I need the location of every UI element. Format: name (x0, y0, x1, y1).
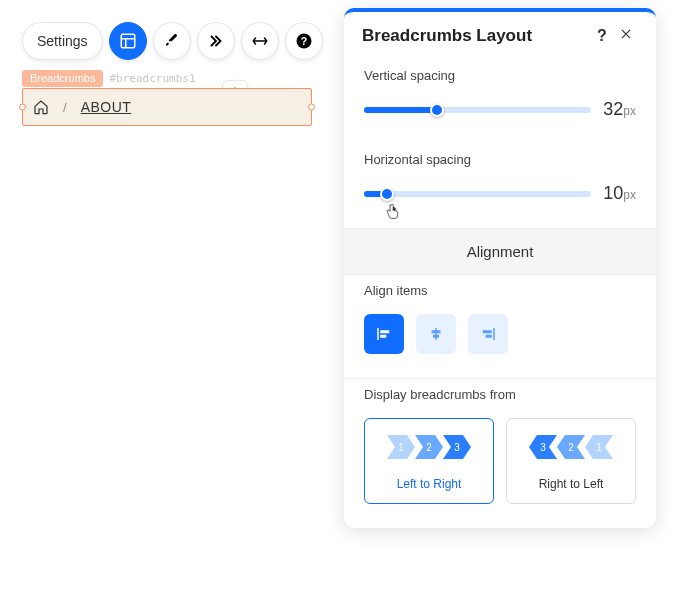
home-icon (33, 99, 49, 115)
resize-handle-right[interactable] (308, 104, 315, 111)
svg-rect-9 (432, 330, 441, 333)
layout-panel: Breadcrumbs Layout ? Vertical spacing 32… (344, 8, 656, 528)
toolbar: Settings ? (22, 22, 323, 60)
cursor-icon (384, 203, 400, 224)
breadcrumb-current: ABOUT (81, 99, 132, 115)
ltr-option[interactable]: 1 2 3 Left to Right (364, 418, 494, 504)
rtl-label: Right to Left (515, 477, 627, 491)
layout-tool-button[interactable] (109, 22, 147, 60)
resize-handle-left[interactable] (19, 104, 26, 111)
vertical-spacing-value: 32 (603, 99, 623, 119)
ltr-label: Left to Right (373, 477, 485, 491)
horizontal-spacing-label: Horizontal spacing (364, 152, 636, 167)
align-left-icon (375, 325, 393, 343)
svg-text:?: ? (300, 35, 306, 47)
design-tool-button[interactable] (153, 22, 191, 60)
horizontal-spacing-slider[interactable] (364, 191, 591, 197)
brush-icon (163, 32, 181, 50)
panel-header: Breadcrumbs Layout ? (344, 12, 656, 60)
unit-label-2: px (623, 188, 636, 202)
display-from-label: Display breadcrumbs from (364, 387, 636, 402)
layout-icon (119, 32, 137, 50)
vertical-spacing-slider[interactable] (364, 107, 591, 113)
rtl-option[interactable]: 3 2 1 Right to Left (506, 418, 636, 504)
align-center-button[interactable] (416, 314, 456, 354)
align-items-label: Align items (364, 283, 636, 298)
breadcrumb-widget[interactable]: / ABOUT (22, 88, 312, 126)
animation-icon (207, 32, 225, 50)
element-tag: Breadcrumbs #breadcrumbs1 (22, 70, 200, 87)
display-direction-section: Display breadcrumbs from 1 2 3 Left to R… (344, 379, 656, 528)
align-right-icon (479, 325, 497, 343)
element-id-tag: #breadcrumbs1 (105, 70, 199, 87)
stretch-icon (251, 32, 269, 50)
panel-help-button[interactable]: ? (590, 27, 614, 45)
svg-rect-13 (486, 335, 492, 338)
horizontal-spacing-value: 10 (603, 183, 623, 203)
alignment-header: Alignment (344, 228, 656, 275)
svg-rect-6 (380, 330, 389, 333)
align-right-button[interactable] (468, 314, 508, 354)
svg-rect-12 (483, 330, 492, 333)
vertical-spacing-section: Vertical spacing 32px (344, 60, 656, 144)
help-icon: ? (295, 32, 313, 50)
svg-rect-7 (380, 335, 386, 338)
align-left-button[interactable] (364, 314, 404, 354)
help-tool-button[interactable]: ? (285, 22, 323, 60)
element-type-tag: Breadcrumbs (22, 70, 103, 87)
close-icon (619, 27, 633, 41)
svg-rect-10 (433, 335, 439, 338)
panel-close-button[interactable] (614, 27, 638, 45)
vertical-spacing-label: Vertical spacing (364, 68, 636, 83)
breadcrumb-separator: / (63, 100, 67, 115)
settings-button[interactable]: Settings (22, 22, 103, 60)
animation-tool-button[interactable] (197, 22, 235, 60)
svg-rect-0 (121, 34, 135, 48)
settings-label: Settings (37, 33, 88, 49)
unit-label: px (623, 104, 636, 118)
align-center-icon (427, 325, 445, 343)
panel-title: Breadcrumbs Layout (362, 26, 532, 46)
horizontal-spacing-section: Horizontal spacing 10px (344, 144, 656, 228)
align-items-section: Align items (344, 275, 656, 378)
stretch-tool-button[interactable] (241, 22, 279, 60)
